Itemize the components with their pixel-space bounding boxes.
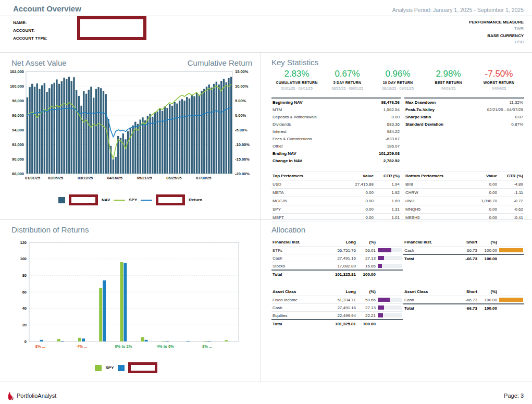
x-axis-tick: 02/05/25	[48, 176, 63, 180]
dist-bar	[61, 341, 64, 341]
nav-bar	[61, 81, 63, 174]
y-axis-tick: 80	[22, 273, 27, 278]
x-axis-tick: -8% ...	[34, 344, 45, 349]
nav-bar	[105, 94, 107, 174]
row-label: Beginning NAV	[273, 100, 303, 105]
header-cell: Value	[336, 174, 374, 178]
category-cell: Cash	[273, 305, 324, 310]
value-cell: 22,499.94	[324, 313, 356, 318]
row-value: 984.22	[387, 129, 400, 134]
header-cell: (%)	[356, 289, 376, 294]
risk-stats-table: Max Drawdown11.32%Peak-To-Valley02/21/25…	[404, 97, 524, 164]
table-row: Sharpe Ratio0.07	[404, 113, 524, 120]
nav-bar	[48, 88, 50, 174]
base-currency-label: BASE CURRENCY	[469, 33, 524, 39]
row-label: Ending NAV	[273, 151, 296, 156]
row-label: Standard Deviation	[405, 122, 443, 127]
stat-label: CUMULATIVE RETURN	[271, 81, 322, 84]
row-label: Sharpe Ratio	[405, 115, 431, 119]
table-header: Bottom PerformersValueCTR (%)	[404, 172, 524, 180]
right-axis-tick: -15.00%	[235, 157, 250, 162]
page-title: Account Overview	[13, 4, 81, 13]
x-axis-tick: 8% ...	[202, 344, 212, 349]
dist-bar	[78, 338, 81, 341]
spy-line-swatch	[114, 200, 125, 201]
nav-legend-label: NAV	[102, 198, 110, 202]
nav-bar	[31, 84, 33, 174]
right-axis-tick: -10.00%	[235, 142, 250, 147]
total-pct: 100.00	[356, 322, 376, 326]
row-label: Peak-To-Valley	[405, 107, 435, 112]
pct-bar-fill	[378, 248, 391, 252]
dist-bar	[225, 340, 228, 341]
stat-label: WORST RETURN	[474, 81, 524, 84]
row-label: Dividends	[273, 122, 291, 127]
pct-cell: 27.13	[356, 256, 376, 261]
table-row: ETFs56,751.7656.01	[271, 246, 403, 254]
nav-bar	[29, 87, 30, 174]
nav-bar	[211, 88, 212, 174]
ctr-cell: -0.72	[497, 199, 523, 203]
symbol-cell: MESH5	[405, 215, 460, 220]
row-value: 1,562.54	[383, 107, 400, 112]
dist-bar	[204, 341, 207, 341]
row-label: Other	[273, 144, 283, 149]
dist-bar	[123, 263, 127, 341]
redaction-box	[128, 362, 157, 373]
category-cell: Stocks	[273, 264, 324, 268]
nav-bar	[68, 77, 70, 174]
ctr-cell: -4.89	[497, 182, 523, 187]
left-axis-tick: 96,000	[12, 113, 24, 118]
stat-block: 2.83%CUMULATIVE RETURN01/01/25 - 09/01/2…	[271, 69, 322, 90]
nav-bar	[27, 97, 28, 174]
dist-bar	[145, 340, 148, 341]
table-total-row: Total101,325.81100.00	[271, 270, 403, 278]
total-value: -66.73	[445, 306, 477, 311]
stat-dates: 04/09/25	[423, 87, 474, 90]
row-value: 186.07	[387, 144, 400, 149]
total-pct: 100.00	[477, 256, 497, 261]
row-value: 11.32%	[509, 100, 523, 105]
nav-bar	[137, 124, 139, 174]
dist-bar	[162, 341, 165, 341]
left-axis-tick: 88,000	[12, 172, 24, 176]
dist-bar	[141, 337, 144, 341]
table-row: Cash27,491.1627.13	[271, 254, 403, 262]
stat-block: -7.50%WORST RETURN04/04/25	[474, 69, 524, 90]
performance-measure-value: TWR	[469, 26, 524, 32]
dist-bar	[40, 340, 43, 341]
nav-chart: 88,000-20.00%90,000-15.00%92,000-10.00%9…	[4, 68, 259, 192]
nav-bar	[176, 104, 178, 174]
category-cell: Fixed Income	[273, 298, 324, 302]
total-label: Total	[273, 322, 324, 326]
total-value: -66.73	[445, 256, 477, 261]
nav-bar	[113, 160, 114, 174]
right-column: Key Statistics 2.83%CUMULATIVE RETURN01/…	[261, 53, 531, 382]
nav-bar	[58, 84, 60, 174]
stat-value: 0.96%	[373, 69, 423, 79]
ctr-cell: 1.92	[374, 190, 400, 195]
stat-value: 0.67%	[322, 69, 373, 79]
nav-bar	[206, 87, 207, 174]
pct-bar-cell	[497, 298, 523, 302]
pct-bar-fill	[378, 313, 383, 317]
nav-bar	[208, 84, 210, 174]
header-cell: CTR (%)	[497, 174, 523, 178]
nav-bar	[127, 131, 129, 174]
nav-bar	[203, 89, 205, 174]
row-value: 683.36	[387, 122, 400, 127]
symbol-cell: MSFT	[273, 215, 336, 220]
right-axis-tick: -20.00%	[235, 172, 250, 176]
brand-name: PortfolioAnalyst	[17, 393, 56, 399]
total-pct: 100.00	[477, 306, 497, 311]
stat-label: BEST RETURN	[423, 81, 474, 84]
spy-bar-swatch	[95, 365, 102, 371]
total-label: Total	[404, 256, 445, 261]
account-info: NAME: ACCOUNT: ACCOUNT TYPE: PERFORMANCE…	[0, 16, 532, 53]
nav-bar	[171, 106, 173, 174]
pct-bar-cell	[376, 313, 402, 317]
pct-cell: 22.21	[356, 313, 376, 318]
nav-bar	[56, 79, 57, 174]
stat-block: 0.67%5 DAY RETURN08/26/25 - 09/01/25	[322, 69, 373, 90]
pct-bar-fill	[378, 256, 384, 260]
